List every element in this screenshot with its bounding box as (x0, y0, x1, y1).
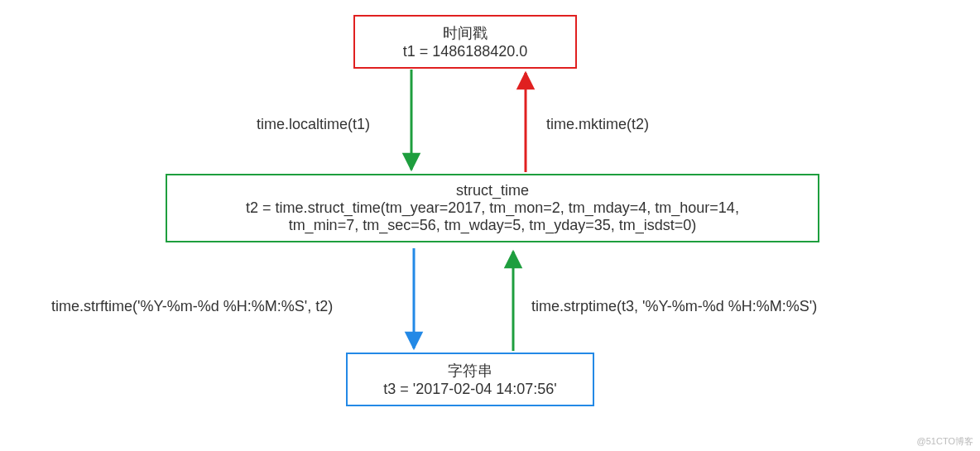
label-strptime: time.strptime(t3, '%Y-%m-%d %H:%M:%S') (531, 298, 817, 315)
label-localtime: time.localtime(t1) (257, 116, 370, 133)
box-struct-time-line1: t2 = time.struct_time(tm_year=2017, tm_m… (179, 199, 806, 217)
box-struct-time-line2: tm_min=7, tm_sec=56, tm_wday=5, tm_yday=… (179, 217, 806, 234)
watermark: @51CTO博客 (917, 435, 973, 448)
label-strftime: time.strftime('%Y-%m-%d %H:%M:%S', t2) (51, 298, 333, 315)
box-struct-time-title: struct_time (179, 182, 806, 199)
box-string-value: t3 = '2017-02-04 14:07:56' (359, 381, 581, 398)
box-timestamp-title: 时间戳 (367, 23, 564, 43)
box-timestamp-value: t1 = 1486188420.0 (367, 43, 564, 60)
box-string-title: 字符串 (359, 361, 581, 381)
label-mktime: time.mktime(t2) (546, 116, 649, 133)
box-string: 字符串 t3 = '2017-02-04 14:07:56' (346, 353, 594, 406)
box-timestamp: 时间戳 t1 = 1486188420.0 (353, 15, 577, 69)
box-struct-time: struct_time t2 = time.struct_time(tm_yea… (166, 174, 819, 242)
